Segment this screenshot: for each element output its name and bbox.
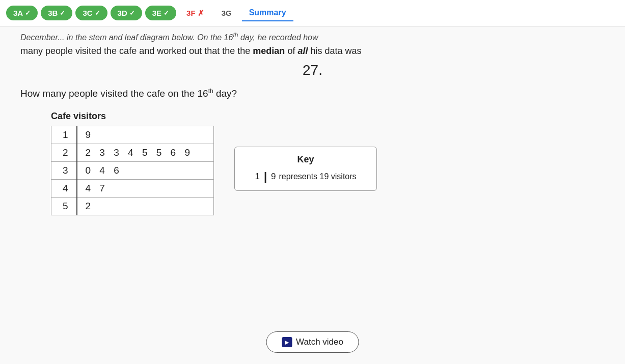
nav-btn-summary[interactable]: Summary <box>242 5 293 21</box>
key-box: Key 1 | 9 represents 19 visitors <box>234 147 377 191</box>
table-row: 2 2 3 3 4 5 5 6 9 <box>51 144 214 161</box>
leaf-3: 0 4 6 <box>77 161 214 179</box>
check-icon-3D: ✓ <box>129 9 135 17</box>
stem-5: 5 <box>51 197 77 215</box>
stem-leaf-section: Cafe visitors 1 9 2 2 3 3 4 5 5 6 9 3 0 … <box>51 111 605 215</box>
table-row: 1 9 <box>51 126 214 144</box>
leaf-1: 9 <box>77 126 214 144</box>
table-row: 5 2 <box>51 197 214 215</box>
median-value: 27. <box>20 62 605 78</box>
table-row: 3 0 4 6 <box>51 161 214 179</box>
check-icon-3E: ✓ <box>164 9 169 17</box>
key-divider-icon: | <box>264 170 267 183</box>
nav-btn-3F-label: 3F <box>186 9 196 17</box>
nav-btn-3A-label: 3A <box>13 9 23 17</box>
italic-all: all <box>297 46 308 56</box>
leaf-2: 2 3 3 4 5 5 6 9 <box>77 144 214 161</box>
question-prefix: How many people visited the cafe on the … <box>20 89 208 99</box>
intro-text-start: many people visited the cafe and worked … <box>20 46 235 56</box>
nav-btn-3B-label: 3B <box>48 9 58 17</box>
stem-3: 3 <box>51 161 77 179</box>
nav-btn-3G-label: 3G <box>222 9 232 17</box>
bold-median: median <box>253 46 285 56</box>
watch-video-button[interactable]: ▶ Watch video <box>266 331 359 353</box>
play-icon: ▶ <box>282 337 292 347</box>
check-icon-3C: ✓ <box>95 9 100 17</box>
key-leaf: 9 <box>271 172 276 182</box>
nav-btn-3G[interactable]: 3G <box>214 6 239 20</box>
nav-btn-3C-label: 3C <box>83 9 92 17</box>
leaf-5: 2 <box>77 197 214 215</box>
nav-btn-3D[interactable]: 3D ✓ <box>111 6 142 20</box>
stem-leaf-table: 1 9 2 2 3 3 4 5 5 6 9 3 0 4 6 4 4 7 <box>51 126 214 215</box>
stem-4: 4 <box>51 179 77 197</box>
question-suffix: day? <box>213 89 237 99</box>
top-navigation: 3A ✓ 3B ✓ 3C ✓ 3D ✓ 3E ✓ 3F ✗ 3G Summary <box>0 0 625 26</box>
leaf-4: 4 7 <box>77 179 214 197</box>
stem-leaf-title: Cafe visitors <box>51 111 214 122</box>
nav-summary-label: Summary <box>249 8 286 17</box>
check-icon-3B: ✓ <box>60 9 65 17</box>
truncated-text: December... in the stem and leaf diagram… <box>20 32 605 42</box>
nav-btn-3E[interactable]: 3E ✓ <box>145 6 176 20</box>
stem-1: 1 <box>51 126 77 144</box>
key-title: Key <box>245 154 366 165</box>
key-stem: 1 <box>255 172 259 182</box>
watch-video-label: Watch video <box>296 337 343 347</box>
key-example: 1 | 9 represents 19 visitors <box>245 170 366 183</box>
key-description: represents 19 visitors <box>279 172 357 181</box>
stem-2: 2 <box>51 144 77 161</box>
cross-icon-3F: ✗ <box>198 9 204 18</box>
nav-btn-3A[interactable]: 3A ✓ <box>6 6 38 20</box>
nav-btn-3D-label: 3D <box>118 9 127 17</box>
nav-btn-3C[interactable]: 3C ✓ <box>75 6 107 20</box>
main-content: December... in the stem and leaf diagram… <box>0 26 625 364</box>
nav-btn-3E-label: 3E <box>152 9 161 17</box>
superscript-th: th <box>208 88 213 95</box>
nav-btn-3B[interactable]: 3B ✓ <box>41 6 72 20</box>
intro-paragraph: many people visited the cafe and worked … <box>20 44 605 58</box>
stem-leaf-block: Cafe visitors 1 9 2 2 3 3 4 5 5 6 9 3 0 … <box>51 111 214 215</box>
nav-btn-3F[interactable]: 3F ✗ <box>179 6 211 21</box>
intro-text-end: his data was <box>310 46 361 56</box>
check-icon-3A: ✓ <box>25 9 31 17</box>
table-row: 4 4 7 <box>51 179 214 197</box>
question-text: How many people visited the cafe on the … <box>20 88 605 99</box>
